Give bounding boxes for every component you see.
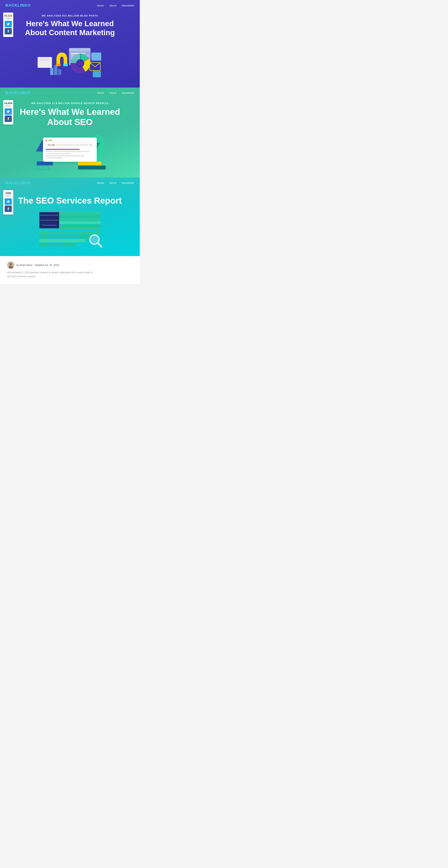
logo-o-3: O (27, 181, 31, 185)
card2-illustration: Google (0, 131, 140, 170)
share-label-1: shares (3, 17, 13, 19)
nav-newsletter-3[interactable]: Newsletter (122, 181, 134, 184)
svg-point-27 (91, 236, 98, 243)
svg-rect-2 (39, 62, 48, 63)
share-count-1: 10,121 (3, 14, 13, 17)
card1-eyebrow: WE ANALYZED 912 MILLION BLOG POSTS (14, 14, 126, 17)
card3-content: The SEO Services Report (0, 188, 140, 206)
svg-rect-3 (39, 64, 49, 65)
nav-about-1[interactable]: About (109, 4, 116, 7)
svg-line-25 (92, 146, 92, 146)
card1-title: Here's What We Learned About Content Mar… (14, 19, 126, 37)
facebook-share-1[interactable] (5, 28, 12, 34)
card3-illustration: ★★★★★★ ★★★★★★ ★★★★★★ ★★★★★★ ★★★★★★ ★★★★★… (0, 210, 140, 249)
share-label-2: shares (3, 105, 13, 107)
logo-2[interactable]: BACKLINKO (5, 91, 31, 95)
nav-home-2[interactable]: Home (97, 91, 104, 94)
svg-rect-22 (58, 69, 61, 75)
logo-text-3: BACKLINK (5, 181, 27, 185)
logo-text-2: BACKLINK (5, 91, 27, 95)
share-count-2: 14,624 (3, 101, 13, 105)
author-updated: · Updated Jul. 02, 2019 (33, 264, 59, 267)
author-meta: by Brian Dean · Updated Jul. 02, 2019 (16, 264, 59, 267)
author-by: by Brian Dean (16, 264, 32, 267)
svg-rect-20 (50, 68, 54, 75)
svg-rect-7 (69, 48, 91, 51)
twitter-share-1[interactable] (5, 21, 12, 27)
card2-content: WE ANALYZED 11.8 MILLION GOOGLE SEARCH R… (0, 98, 140, 127)
author-row: by Brian Dean · Updated Jul. 02, 2019 (7, 261, 133, 269)
nav-about-3[interactable]: About (109, 181, 116, 184)
nav-about-2[interactable]: About (109, 91, 116, 94)
nav-links-3: Home About Newsletter (97, 181, 134, 184)
logo-text: BACKLINK (5, 3, 27, 7)
share-widget-2: 14,624 shares (3, 100, 13, 124)
logo-1[interactable]: BACKLINKO (5, 3, 31, 8)
nav-newsletter-2[interactable]: Newsletter (122, 91, 134, 94)
author-description: We surveyed 1,200 business owners to bet… (7, 271, 97, 279)
nav-1: BACKLINKO Home About Newsletter (0, 0, 140, 11)
share-label-3: shares (3, 195, 13, 197)
nav-links-2: Home About Newsletter (97, 91, 134, 94)
nav-newsletter-1[interactable]: Newsletter (122, 4, 134, 7)
svg-rect-5 (92, 53, 101, 61)
nav-2: BACKLINKO Home About Newsletter (0, 88, 140, 98)
nav-links-1: Home About Newsletter (97, 4, 134, 7)
card2-title: Here's What We Learned About SEO (14, 107, 126, 127)
card1-shapes (36, 43, 104, 79)
nav-3: BACKLINKO Home About Newsletter (0, 178, 140, 188)
logo-o: O (27, 3, 31, 7)
card-3: BACKLINKO Home About Newsletter 4286 sha… (0, 178, 140, 256)
svg-rect-13 (63, 64, 68, 66)
twitter-share-2[interactable] (5, 108, 12, 115)
svg-line-28 (98, 243, 102, 247)
card1-content: WE ANALYZED 912 MILLION BLOG POSTS Here'… (0, 11, 140, 37)
facebook-share-2[interactable] (5, 116, 12, 122)
card1-illustration (0, 41, 140, 80)
svg-rect-1 (39, 59, 50, 60)
share-widget-1: 10,121 shares (3, 12, 13, 37)
card3-title: The SEO Services Report (14, 195, 126, 206)
svg-rect-23 (93, 71, 101, 77)
logo-3[interactable]: BACKLINKO (5, 181, 31, 185)
nav-home-3[interactable]: Home (97, 181, 104, 184)
nav-home-1[interactable]: Home (97, 4, 104, 7)
svg-point-30 (9, 263, 12, 266)
svg-rect-21 (54, 65, 57, 75)
card2-eyebrow: WE ANALYZED 11.8 MILLION GOOGLE SEARCH R… (14, 102, 126, 104)
logo-o-2: O (27, 91, 31, 95)
card-2: BACKLINKO Home About Newsletter 14,624 s… (0, 88, 140, 178)
share-count-3: 4286 (3, 191, 13, 195)
twitter-share-3[interactable] (5, 198, 12, 205)
author-section: by Brian Dean · Updated Jul. 02, 2019 We… (0, 256, 140, 284)
author-avatar (7, 261, 14, 269)
card-1: BACKLINKO Home About Newsletter 10,121 s… (0, 0, 140, 88)
svg-point-24 (90, 144, 92, 146)
